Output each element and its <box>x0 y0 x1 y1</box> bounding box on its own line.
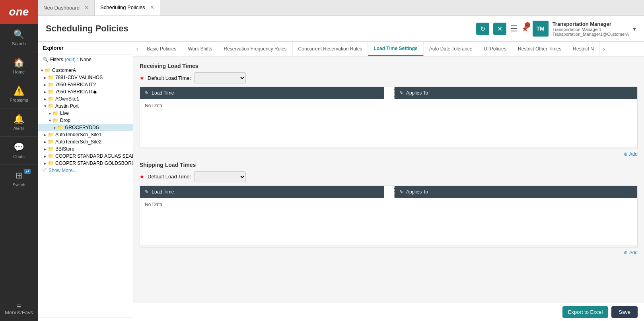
search-icon: 🔍 <box>14 29 24 40</box>
tab-concurrent-reservation[interactable]: Concurrent Reservation Rules <box>293 42 368 56</box>
tree-item-label: CustomerA <box>52 68 76 73</box>
expand-icon: ▾ <box>44 104 47 109</box>
chevron-down-icon[interactable]: ▾ <box>633 25 636 33</box>
tab-reservation-frequency[interactable]: Reservation Frequency Rules <box>218 42 293 56</box>
receiving-table-container: ✎ Load Time ✎ Applies To <box>140 87 638 149</box>
tab-close-scheduling-policies[interactable]: ✕ <box>150 4 154 10</box>
sidebar-item-label: Home <box>13 70 25 74</box>
tab-bar: Neo Dashboard ✕ Scheduling Policies ✕ <box>38 0 644 16</box>
explorer-filter: 🔍 Filters (edit): None <box>38 54 133 65</box>
folder-icon: 📁 <box>57 125 63 130</box>
edit-icon: ✎ <box>145 90 149 96</box>
home-icon: 🏠 <box>14 58 24 68</box>
tree-item-autotender2[interactable]: ▸ 📁 AutoTenderSch_Site2 <box>38 138 133 145</box>
main-area: Neo Dashboard ✕ Scheduling Policies ✕ Sc… <box>38 0 644 321</box>
menu-button[interactable]: ☰ <box>510 24 518 33</box>
header-actions: ↻ ✕ ☰ ★ TM Transportation Manager Transp… <box>476 21 636 37</box>
sidebar-item-chats[interactable]: 💬 Chats <box>0 137 38 165</box>
notification-badge <box>525 22 530 28</box>
tree-item-label: Live <box>60 110 69 116</box>
shipping-default-dropdown[interactable] <box>194 171 246 182</box>
sidebar-item-problems[interactable]: ⚠️ Problems <box>0 80 38 108</box>
notification-icon[interactable]: ★ <box>521 24 529 33</box>
tree-item-autotender1[interactable]: ▸ 📁 AutoTenderSch_Site1 <box>38 131 133 138</box>
tree-item-bbistore[interactable]: ▸ 📁 BBIStore <box>38 145 133 153</box>
tab-label: Concurrent Reservation Rules <box>298 46 362 52</box>
sidebar-item-switch[interactable]: ⇄ ⊞ Switch <box>0 165 38 193</box>
tree-item-label: BBIStore <box>55 146 74 152</box>
shipping-col-divider <box>384 186 395 198</box>
tree-item-groceryddg[interactable]: ▸ 📁 GROCERYDDG <box>38 124 133 131</box>
expand-icon: ▸ <box>44 89 47 95</box>
sidebar-item-alerts[interactable]: 🔔 Alerts <box>0 108 38 137</box>
tree-item-label: Drop <box>60 118 70 123</box>
filter-edit-link[interactable]: (edit) <box>65 57 76 62</box>
tab-neo-dashboard[interactable]: Neo Dashboard ✕ <box>38 0 95 15</box>
tab-label: Neo Dashboard <box>43 5 80 11</box>
logo-text: one <box>9 6 29 18</box>
sidebar-item-home[interactable]: 🏠 Home <box>0 52 38 80</box>
shipping-table: ✎ Load Time ✎ Applies To <box>140 186 637 246</box>
folder-icon: 📁 <box>48 132 54 137</box>
app-logo[interactable]: one <box>0 0 38 24</box>
tree-item-show-more[interactable]: 📄 Show More... <box>38 167 133 174</box>
tab-scheduling-policies[interactable]: Scheduling Policies ✕ <box>95 0 160 15</box>
save-button[interactable]: Save <box>611 306 638 318</box>
folder-icon: 📁 <box>48 82 54 87</box>
shipping-no-data-cell: No Data <box>140 198 637 246</box>
receiving-section: Receiving Load Times ★ Default Load Time… <box>140 63 638 159</box>
chat-icon: 💬 <box>14 142 24 153</box>
tab-auto-date-tolerance[interactable]: Auto Date Tolerance <box>424 42 479 56</box>
shipping-add-link[interactable]: ⊕ Add <box>140 248 638 257</box>
explorer-scrollbar[interactable] <box>38 317 133 321</box>
tab-restrict-n[interactable]: Restrict N <box>567 42 600 56</box>
receiving-table: ✎ Load Time ✎ Applies To <box>140 87 637 147</box>
expand-icon: ▸ <box>44 154 47 159</box>
nav-tab-prev[interactable]: ‹ <box>133 43 141 55</box>
expand-icon: ▸ <box>44 132 47 137</box>
tab-restrict-other-times[interactable]: Restrict Other Times <box>512 42 567 56</box>
refresh-button[interactable]: ↻ <box>476 23 489 35</box>
tab-label: Reservation Frequency Rules <box>224 46 287 52</box>
receiving-add-link[interactable]: ⊕ Add <box>140 150 638 159</box>
user-role: Transportation Manager1 <box>553 27 629 32</box>
tab-basic-policies[interactable]: Basic Policies <box>141 42 182 56</box>
sidebar-item-search[interactable]: 🔍 Search <box>0 24 38 52</box>
tab-label: Basic Policies <box>147 46 176 52</box>
tree-item-drop[interactable]: ▾ 📁 Drop <box>38 117 133 124</box>
tree-item-label: Show More... <box>49 168 77 173</box>
tree-item-label: AutoTenderSch_Site2 <box>55 139 101 145</box>
tree-item-aownsite1[interactable]: ▸ 📁 AOwnSite1 <box>38 95 133 102</box>
tab-ui-policies[interactable]: UI Policies <box>478 42 512 56</box>
tree-item-7881[interactable]: ▸ 📁 7881-CDV VALINHOS <box>38 74 133 81</box>
folder-icon: 📁 <box>48 103 54 109</box>
explorer-tree: ▾ 📁 CustomerA ▸ 📁 7881-CDV VALINHOS ▸ 📁 … <box>38 65 133 317</box>
export-to-excel-button[interactable]: Export to Excel <box>562 306 608 318</box>
folder-icon: 📁 <box>53 110 58 116</box>
tree-item-customerA[interactable]: ▾ 📁 CustomerA <box>38 67 133 74</box>
menu-icon: ☰ <box>17 304 21 309</box>
tree-item-cooper-aguas[interactable]: ▸ 📁 COOPER STANDARD AGUAS SEALING (S <box>38 153 133 160</box>
filter-search-icon: 🔍 <box>43 57 49 62</box>
tree-item-7950-it[interactable]: ▸ 📁 7950-FABRICA IT? <box>38 81 133 88</box>
user-avatar: TM <box>533 21 549 37</box>
tree-item-live[interactable]: ▸ 📁 Live <box>38 110 133 117</box>
tree-item-label: COOPER STANDARD AGUAS SEALING (S <box>55 153 133 159</box>
expand-icon: ▾ <box>49 118 51 123</box>
warning-icon: ⚠️ <box>14 86 24 96</box>
tree-item-label: GROCERYDDG <box>65 125 99 130</box>
nav-tab-next[interactable]: › <box>600 43 608 55</box>
tree-item-label: AOwnSite1 <box>55 96 79 102</box>
sidebar-item-menus[interactable]: ☰ Menus/Favs <box>0 298 38 321</box>
tree-item-7950-it2[interactable]: ▸ 📁 7950-FABRICA IT◆ <box>38 88 133 95</box>
tab-close-neo-dashboard[interactable]: ✕ <box>84 5 89 11</box>
tree-item-cooper-gold[interactable]: ▸ 📁 COOPER STANDARD GOLDSBORO <box>38 160 133 167</box>
folder-icon: 📁 <box>48 96 54 102</box>
tab-load-time-settings[interactable]: Load Time Settings <box>368 42 423 56</box>
tree-item-austin-port[interactable]: ▾ 📁 Austin Port <box>38 102 133 110</box>
expand-icon: ▸ <box>44 139 47 145</box>
tab-work-shifts[interactable]: Work Shifts <box>182 42 218 56</box>
main-content: Receiving Load Times ★ Default Load Time… <box>133 56 644 303</box>
close-button[interactable]: ✕ <box>493 23 506 35</box>
receiving-default-dropdown[interactable] <box>194 72 246 83</box>
